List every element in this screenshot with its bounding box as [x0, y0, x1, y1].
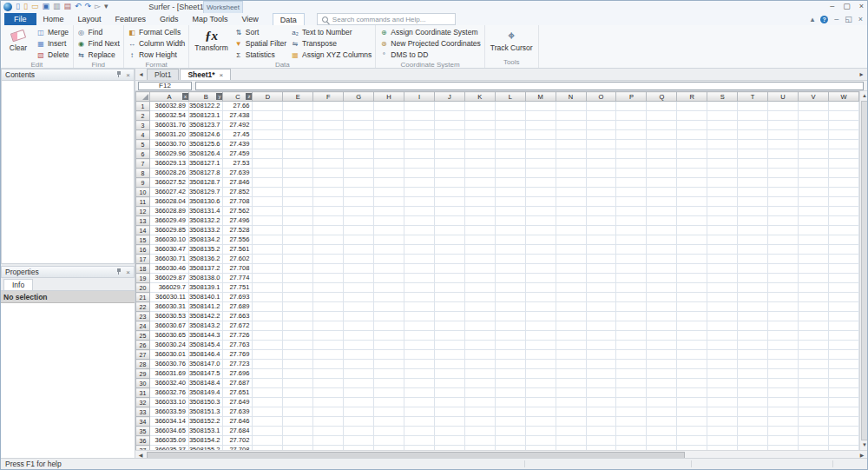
cell-s3[interactable] [707, 121, 738, 130]
cell-l17[interactable] [495, 255, 525, 264]
cell-a6[interactable]: 366029.96 [149, 149, 188, 159]
cell-s17[interactable] [707, 255, 738, 264]
cell-q2[interactable] [647, 111, 677, 121]
cell-r31[interactable] [677, 388, 707, 398]
cell-l9[interactable] [495, 178, 525, 188]
row-header-22[interactable]: 22 [136, 302, 150, 312]
print-preview-icon[interactable]: ▤ [63, 2, 71, 11]
cell-o25[interactable] [586, 331, 616, 341]
cell-h8[interactable] [374, 169, 404, 178]
cell-n29[interactable] [556, 369, 586, 379]
cell-p8[interactable] [616, 169, 647, 178]
cell-b26[interactable]: 3508145.4 [188, 341, 222, 350]
cell-g21[interactable] [344, 293, 374, 302]
cell-e20[interactable] [283, 283, 313, 293]
cell-g8[interactable] [344, 169, 374, 178]
cell-e2[interactable] [283, 111, 313, 121]
cell-s25[interactable] [707, 331, 738, 341]
row-header-8[interactable]: 8 [136, 169, 150, 178]
cell-g28[interactable] [344, 360, 374, 369]
cell-b5[interactable]: 3508125.6 [188, 140, 222, 149]
row-header-9[interactable]: 9 [136, 178, 150, 188]
cell-l8[interactable] [495, 169, 525, 178]
cell-u23[interactable] [768, 312, 799, 321]
open-icon[interactable]: ▭ [31, 2, 39, 11]
cell-m21[interactable] [525, 293, 556, 302]
cell-p35[interactable] [616, 427, 647, 436]
cell-n25[interactable] [556, 331, 586, 341]
cell-m27[interactable] [525, 350, 556, 360]
cell-p21[interactable] [616, 293, 647, 302]
cell-u27[interactable] [768, 350, 799, 360]
cell-j34[interactable] [434, 417, 464, 427]
cell-t22[interactable] [738, 302, 768, 312]
tab-features[interactable]: Features [108, 13, 154, 25]
doc-minimize-icon[interactable]: – [834, 15, 838, 23]
cell-f25[interactable] [313, 331, 344, 341]
column-header-c[interactable]: Cz [223, 92, 253, 102]
cell-g24[interactable] [344, 321, 374, 331]
cell-m2[interactable] [525, 111, 556, 121]
cell-w3[interactable] [828, 121, 858, 130]
tab-view[interactable]: View [234, 13, 265, 25]
delete-button[interactable]: ▧Delete [36, 50, 69, 60]
cell-b35[interactable]: 3508153.1 [188, 427, 222, 436]
cell-s2[interactable] [707, 111, 738, 121]
cell-e11[interactable] [283, 197, 313, 207]
cell-r8[interactable] [677, 169, 707, 178]
cell-n19[interactable] [556, 274, 586, 283]
cell-w23[interactable] [828, 312, 858, 321]
cell-r2[interactable] [677, 111, 707, 121]
cell-i19[interactable] [404, 274, 434, 283]
cell-q10[interactable] [647, 188, 677, 197]
cell-v9[interactable] [798, 178, 828, 188]
cell-o12[interactable] [586, 207, 616, 216]
cell-t14[interactable] [738, 226, 768, 235]
cell-m11[interactable] [525, 197, 556, 207]
cell-i34[interactable] [404, 417, 434, 427]
row-header-32[interactable]: 32 [136, 398, 150, 407]
pin-icon[interactable] [115, 268, 122, 275]
cell-i25[interactable] [404, 331, 434, 341]
cell-j13[interactable] [434, 216, 464, 226]
cell-s29[interactable] [707, 369, 738, 379]
cell-s22[interactable] [707, 302, 738, 312]
cell-m25[interactable] [525, 331, 556, 341]
cell-b10[interactable]: 3508129.7 [188, 188, 222, 197]
row-header-7[interactable]: 7 [136, 159, 150, 169]
cell-q17[interactable] [647, 255, 677, 264]
cell-f18[interactable] [313, 264, 344, 274]
cell-k17[interactable] [464, 255, 495, 264]
cell-t6[interactable] [738, 149, 768, 159]
cell-e15[interactable] [283, 235, 313, 245]
cell-k11[interactable] [464, 197, 495, 207]
cell-l20[interactable] [495, 283, 525, 293]
cell-l11[interactable] [495, 197, 525, 207]
column-header-a[interactable]: Ax [149, 92, 188, 102]
cell-f27[interactable] [313, 350, 344, 360]
cell-q25[interactable] [647, 331, 677, 341]
cell-t27[interactable] [738, 350, 768, 360]
cell-w1[interactable] [828, 102, 858, 111]
cell-d3[interactable] [253, 121, 283, 130]
cell-q14[interactable] [647, 226, 677, 235]
cell-f33[interactable] [313, 407, 344, 417]
cell-r34[interactable] [677, 417, 707, 427]
cell-g12[interactable] [344, 207, 374, 216]
cell-d33[interactable] [253, 407, 283, 417]
assign-xyz-columns-button[interactable]: ▦Assign XYZ Columns [291, 50, 372, 60]
tab-data[interactable]: Data [273, 13, 305, 25]
cell-e4[interactable] [283, 130, 313, 140]
cell-f31[interactable] [313, 388, 344, 398]
cell-d6[interactable] [253, 149, 283, 159]
cell-w14[interactable] [828, 226, 858, 235]
cell-g22[interactable] [344, 302, 374, 312]
cell-b34[interactable]: 3508152.2 [188, 417, 222, 427]
cell-g20[interactable] [344, 283, 374, 293]
cell-j28[interactable] [434, 360, 464, 369]
cell-p3[interactable] [616, 121, 647, 130]
cell-p19[interactable] [616, 274, 647, 283]
cell-f35[interactable] [313, 427, 344, 436]
cell-d16[interactable] [253, 245, 283, 255]
column-header-m[interactable]: M [525, 92, 556, 102]
